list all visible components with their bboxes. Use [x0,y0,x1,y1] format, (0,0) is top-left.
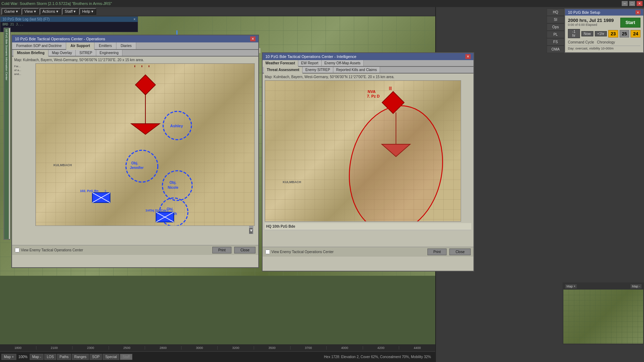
map-zoom-btn1[interactable]: Map + [565,284,577,289]
ranges-btn[interactable]: Ranges [72,354,89,360]
ops-close-btn[interactable]: Close [234,247,255,253]
map-zoom-btn2[interactable]: Map - [630,284,642,289]
help-menu[interactable]: Help ▾ [79,8,96,15]
sop-btn[interactable]: SOP [90,354,102,360]
scenario-info-label: 10 PzG Bde Scenario Information Center [4,28,9,239]
ops-text-content: Far... of a... and... [14,64,34,76]
setup-title: 10 PzG Bde Setup [568,10,600,14]
toc-ops-tabs-row2: Mission Briefing Map Overlay SITREP Engi… [12,50,258,57]
ops-text-line3: and... [14,72,34,76]
staff-menu[interactable]: Staff ▾ [62,8,79,15]
intel-checkbox-container: View Enemy Tactical Operations Center [265,250,334,254]
ops-footer: View Enemy Tactical Operations Center Pr… [12,245,258,255]
scroll-down[interactable]: ▼ [249,228,253,234]
tab-formation-sop[interactable]: Formation SOP and Doctrine [12,42,66,49]
toc-ops-close-btn[interactable]: × [250,36,255,41]
turn-24: 24 [631,30,640,37]
intel-tactical-map[interactable]: ||| NVA 7. Pz D KULMBACH [265,80,461,222]
pl-btn[interactable]: PL [547,31,564,38]
toc-ops-content: Map: Kulmbach, Bayern, West-Germany, 50°… [12,57,258,255]
tab-air-support[interactable]: Air Support [66,42,94,50]
turn-23: 23 [608,30,618,37]
svg-text:NVA: NVA [368,89,375,94]
minimap-controls: Map + Map - [563,283,643,290]
intel-footer: View Enemy Tactical Operations Center Pr… [263,247,473,257]
toc-intel-close-btn[interactable]: × [465,54,471,59]
hex-status: Hex 1728: Elevation 2, Cover 62%, Concea… [324,355,434,359]
toc-intel-tabs-row1: Weather Forecast EW Report Enemy Off-Map… [263,60,473,67]
map-plus-btn[interactable]: Map + [1,354,16,360]
tab-enemy-offmap[interactable]: Enemy Off-Map Assets [322,60,364,66]
ruler-3200: 3200 [218,346,254,350]
command-cycle-label: Command Cycle [568,40,594,44]
tab-ew-report[interactable]: EW Report [298,60,322,66]
si-btn[interactable]: SI [547,16,564,23]
setup-title-bar: 10 PzG Bde Setup × [565,9,643,16]
tab-mission-briefing[interactable]: Mission Briefing [13,50,48,57]
tab-reported-kills[interactable]: Reported Kills and Claims [333,67,380,73]
log-close[interactable]: × [133,17,136,21]
svg-point-8 [340,98,453,221]
ops-view-enemy-checkbox[interactable] [15,248,19,252]
tab-weather-forecast[interactable]: Weather Forecast [263,60,298,67]
map-minus-btn[interactable]: Map - [30,354,44,360]
obj-ashley-label: Ashley [170,124,183,128]
close-window-btn[interactable]: × [637,1,643,6]
tab-threat-assessment[interactable]: Threat Assessment [264,67,303,74]
fs-btn[interactable]: FS [547,38,564,46]
now-btn[interactable]: Now [581,31,593,36]
chronology-label: Chronology [597,40,615,44]
intel-view-enemy-checkbox[interactable] [265,250,270,254]
ruler-4000: 4000 [327,346,363,350]
obj-nicole-label2: Nicole [168,186,178,189]
minimize-btn[interactable]: − [622,1,628,6]
svg-text:KULMBACH: KULMBACH [283,180,301,184]
day-text: Day: overcast, visibility 10-000m [568,46,640,50]
log-title-bar: 10 PzG Bde Log (last 50) (F7) × [0,17,138,22]
ops-footer-buttons: Print Close [212,247,255,253]
minus1hr-btn[interactable]: -1 hr [568,29,580,38]
tab-enemy-sitrep[interactable]: Enemy SITREP [303,67,333,73]
enemy-unit-symbol [136,75,156,95]
paths-btn[interactable]: Paths [57,354,71,360]
tab-map-overlay[interactable]: Map Overlay [48,50,76,56]
plus1hr-btn[interactable]: +1hr [595,31,607,36]
view-menu[interactable]: View ▾ [22,8,39,15]
log-line1: BRD [2,23,8,26]
side-buttons: HQ SI Ops PL FS OMA [547,8,564,53]
special-btn[interactable]: Special [103,354,119,360]
unit-1sq-marks: || [167,209,168,212]
menu-bar: Game ▾ View ▾ Actions ▾ Staff ▾ Help ▾ [0,7,435,16]
ops-tactical-map[interactable]: Ashley Obj. Jennifer Obj. Nicole Obj. Sa… [35,63,255,226]
start-btn[interactable]: Start [620,18,640,28]
los-btn[interactable]: LOS [44,354,56,360]
svg-text:|||: ||| [389,86,392,90]
ops-print-btn[interactable]: Print [212,247,232,253]
oma-btn[interactable]: OMA [547,46,564,53]
tab-emitters[interactable]: Emitters [94,42,116,49]
ruler-2800: 2800 [145,346,182,350]
obj-jennifer-label: Obj. [131,161,138,165]
ruler-2500: 2500 [109,346,145,350]
ops-checkbox-label: View Enemy Tactical Operations Center [21,248,83,252]
game-menu[interactable]: Game ▾ [1,8,21,15]
actions-menu[interactable]: Actions ▾ [40,8,61,15]
ruler-3000: 3000 [182,346,218,350]
minimap-display[interactable] [563,290,643,344]
tab-diaries[interactable]: Diaries [116,42,136,49]
setup-elapsed: 0:00 of 6:00 Elapsed [568,23,614,27]
enemy-advance-arrow [131,94,160,134]
intel-map-svg: ||| NVA 7. Pz D KULMBACH [265,81,461,221]
intel-close-btn[interactable]: Close [449,249,471,255]
intel-map-label: Map: Kulmbach, Bayern, West-Germany, 50°… [265,75,471,79]
tab-engineering[interactable]: Engineering [96,50,122,56]
tab-sitrep[interactable]: SITREP [76,50,96,56]
toc-intel-window: 10 PzG Bde Tactical Operations Center - … [262,52,474,272]
setup-close[interactable]: × [636,10,640,14]
setup-window: 10 PzG Bde Setup × 2000 hrs, Jul 21 1989… [564,8,644,53]
log-content: BRD 21 J... [0,22,138,27]
intel-print-btn[interactable]: Print [427,249,447,255]
maximize-btn[interactable]: □ [629,1,635,6]
ops-btn[interactable]: Ops [547,23,564,31]
hq-btn[interactable]: HQ [547,8,564,16]
